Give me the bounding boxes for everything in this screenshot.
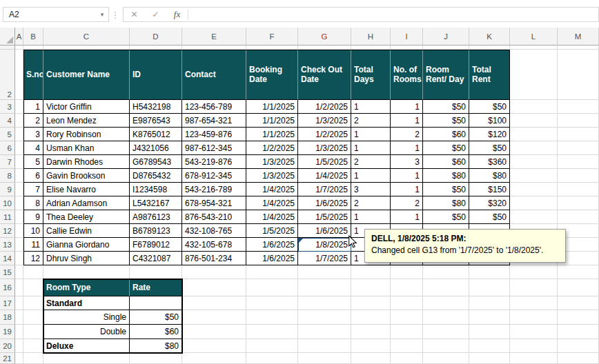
booking-cell[interactable]: 123-459-876 xyxy=(182,128,246,141)
booking-cell[interactable]: 8 xyxy=(23,196,43,210)
booking-cell[interactable]: Dhruv Singh xyxy=(43,252,130,265)
booking-cell[interactable]: Gianna Giordano xyxy=(43,238,130,252)
rate-room-type-cell[interactable]: Standard xyxy=(43,296,130,310)
booking-cell[interactable]: 678-912-345 xyxy=(182,169,246,183)
booking-header-cell[interactable]: Room Rent/ Day xyxy=(423,50,469,100)
row-header-6[interactable]: 6 xyxy=(0,141,15,155)
booking-cell[interactable]: $100 xyxy=(469,114,510,128)
booking-header-cell[interactable]: ID xyxy=(130,50,182,100)
booking-cell[interactable]: $50 xyxy=(469,210,510,224)
column-header-D[interactable]: D xyxy=(130,28,182,46)
booking-cell[interactable]: $50 xyxy=(423,114,469,128)
booking-cell[interactable]: E9876543 xyxy=(130,114,182,128)
booking-cell[interactable]: Callie Edwin xyxy=(43,224,130,238)
row-header-14[interactable]: 14 xyxy=(0,252,15,265)
booking-cell[interactable]: 1 xyxy=(351,100,391,114)
booking-cell[interactable]: 1/1/2025 xyxy=(246,114,298,128)
booking-cell[interactable]: 3 xyxy=(351,183,391,196)
booking-cell[interactable]: 1/4/2025 xyxy=(246,210,298,224)
booking-cell[interactable]: B6789123 xyxy=(130,224,182,238)
row-header-18[interactable]: 18 xyxy=(0,310,15,325)
booking-cell[interactable]: 1/6/2025 xyxy=(246,252,298,265)
formula-input[interactable] xyxy=(188,8,598,21)
row-header-4[interactable]: 4 xyxy=(0,114,15,128)
booking-cell[interactable]: $60 xyxy=(423,128,469,141)
rate-value-cell[interactable]: $60 xyxy=(130,325,182,339)
booking-cell[interactable]: 2 xyxy=(351,114,391,128)
row-header-9[interactable]: 9 xyxy=(0,183,15,196)
name-box-dropdown-icon[interactable]: ▾ xyxy=(96,11,108,18)
row-header-5[interactable]: 5 xyxy=(0,128,15,141)
row-header-21[interactable]: 21 xyxy=(0,353,15,364)
booking-cell[interactable]: $120 xyxy=(469,128,510,141)
booking-cell[interactable]: 6 xyxy=(23,169,43,183)
booking-cell[interactable]: 1/2/2025 xyxy=(298,100,351,114)
booking-cell[interactable]: D8765432 xyxy=(130,169,182,183)
row-header-3[interactable]: 3 xyxy=(0,100,15,114)
booking-cell[interactable]: 432-105-678 xyxy=(182,238,246,252)
column-header-B[interactable]: B xyxy=(23,28,43,46)
row-header-11[interactable]: 11 xyxy=(0,210,15,224)
booking-cell[interactable]: 3 xyxy=(23,128,43,141)
booking-cell[interactable]: 1/7/2025 xyxy=(298,252,351,265)
booking-cell[interactable]: 9 xyxy=(23,210,43,224)
row-header-16[interactable]: 16 xyxy=(0,279,15,296)
booking-cell[interactable]: 1/4/2025 xyxy=(246,183,298,196)
booking-cell[interactable]: 1/1/2025 xyxy=(246,128,298,141)
booking-cell[interactable]: $60 xyxy=(423,155,469,169)
booking-cell[interactable]: $150 xyxy=(469,183,510,196)
booking-cell[interactable]: 4 xyxy=(23,141,43,155)
booking-cell[interactable]: 1 xyxy=(391,100,423,114)
booking-cell[interactable]: 987-654-321 xyxy=(182,114,246,128)
booking-cell[interactable]: $80 xyxy=(423,196,469,210)
rate-value-cell[interactable]: $50 xyxy=(130,310,182,325)
booking-cell[interactable]: 1/3/2025 xyxy=(298,114,351,128)
booking-cell[interactable]: 1 xyxy=(351,128,391,141)
booking-cell[interactable]: 1/3/2025 xyxy=(298,141,351,155)
row-header-20[interactable]: 20 xyxy=(0,339,15,353)
booking-cell[interactable]: $50 xyxy=(469,141,510,155)
row-header-8[interactable]: 8 xyxy=(0,169,15,183)
booking-cell[interactable]: 1 xyxy=(391,114,423,128)
booking-cell[interactable]: 5 xyxy=(23,155,43,169)
booking-header-cell[interactable]: Booking Date xyxy=(246,50,298,100)
booking-cell[interactable]: 2 xyxy=(391,196,423,210)
splitter-handle-icon[interactable]: ⋮ xyxy=(110,7,120,22)
enter-icon[interactable]: ✓ xyxy=(145,8,166,21)
booking-cell[interactable]: 1/5/2025 xyxy=(246,224,298,238)
booking-cell[interactable]: 1/5/2025 xyxy=(298,155,351,169)
column-header-H[interactable]: H xyxy=(351,28,391,46)
column-header-C[interactable]: C xyxy=(43,28,130,46)
booking-cell[interactable]: 1/6/2025 xyxy=(246,238,298,252)
booking-cell[interactable]: 678-954-321 xyxy=(182,196,246,210)
booking-cell[interactable]: 1 xyxy=(23,100,43,114)
booking-cell[interactable]: 876-543-210 xyxy=(182,210,246,224)
booking-cell[interactable]: 1/7/2025 xyxy=(298,183,351,196)
column-header-A[interactable]: A xyxy=(15,28,23,46)
column-header-J[interactable]: J xyxy=(423,28,469,46)
booking-cell[interactable]: H5432198 xyxy=(130,100,182,114)
booking-cell[interactable]: 876-501-234 xyxy=(182,252,246,265)
booking-cell[interactable]: L5432167 xyxy=(130,196,182,210)
booking-header-cell[interactable]: Total Days xyxy=(351,50,391,100)
rate-value-cell[interactable] xyxy=(130,296,182,310)
booking-cell[interactable]: 10 xyxy=(23,224,43,238)
booking-cell[interactable]: C4321087 xyxy=(130,252,182,265)
rate-header-cell[interactable]: Room Type xyxy=(43,279,130,296)
booking-cell[interactable]: 543-216-789 xyxy=(182,183,246,196)
booking-cell[interactable]: 1/2/2025 xyxy=(298,128,351,141)
booking-cell[interactable]: 11 xyxy=(23,238,43,252)
booking-cell[interactable]: $50 xyxy=(423,183,469,196)
booking-cell[interactable]: 1 xyxy=(351,210,391,224)
booking-cell[interactable]: 1/3/2025 xyxy=(246,155,298,169)
booking-header-cell[interactable]: Customer Name xyxy=(43,50,130,100)
booking-cell[interactable]: $50 xyxy=(423,100,469,114)
booking-cell[interactable]: 12 xyxy=(23,252,43,265)
column-header-M[interactable]: M xyxy=(558,28,599,46)
booking-cell[interactable]: 123-456-789 xyxy=(182,100,246,114)
booking-cell[interactable]: $50 xyxy=(469,100,510,114)
rate-header-cell[interactable]: Rate xyxy=(130,279,182,296)
booking-cell[interactable]: Usman Khan xyxy=(43,141,130,155)
booking-cell[interactable]: $80 xyxy=(423,169,469,183)
column-header-K[interactable]: K xyxy=(469,28,510,46)
